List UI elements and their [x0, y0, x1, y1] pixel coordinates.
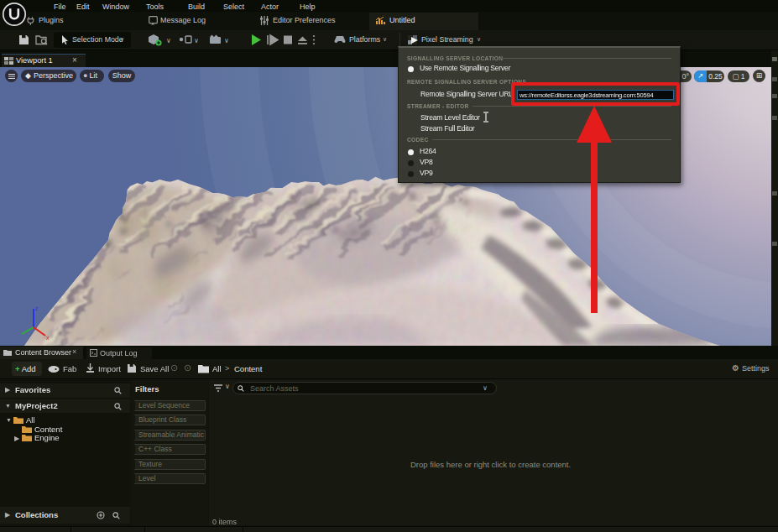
- svg-text:x: x: [46, 335, 50, 341]
- svg-text:∨: ∨: [224, 37, 229, 44]
- svg-text:∨: ∨: [166, 37, 171, 44]
- svg-text:z: z: [35, 305, 39, 311]
- svg-text:∨: ∨: [194, 37, 199, 44]
